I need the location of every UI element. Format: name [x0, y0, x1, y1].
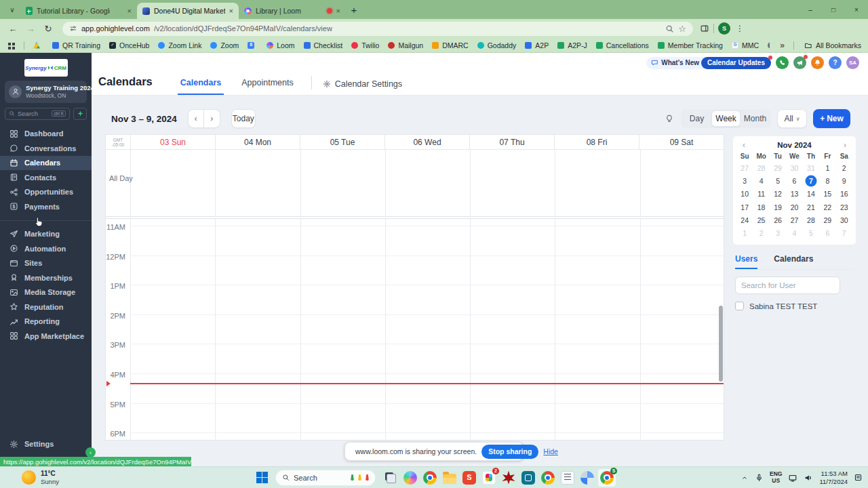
user-checkbox[interactable] — [735, 302, 744, 310]
mini-date-cell[interactable]: 15 — [819, 188, 835, 201]
mini-date-cell[interactable]: 30 — [786, 161, 802, 174]
tab-close-icon[interactable]: × — [127, 7, 132, 15]
bookmark-item[interactable]: Zoom Link — [158, 41, 201, 49]
mini-date-cell[interactable]: 31 — [803, 161, 819, 174]
quick-actions-button[interactable] — [73, 108, 87, 120]
speaker-icon[interactable] — [804, 473, 813, 483]
browser-tab[interactable]: Library | Loom × — [239, 3, 346, 19]
mini-date-cell[interactable]: 30 — [836, 214, 852, 226]
bookmark-item[interactable]: Godaddy — [477, 41, 517, 49]
apps-grid-icon[interactable] — [8, 43, 11, 45]
mini-date-cell[interactable]: 3 — [770, 226, 786, 239]
stop-sharing-button[interactable]: Stop sharing — [481, 445, 538, 459]
bookmarks-overflow-icon[interactable]: » — [780, 41, 785, 50]
sidebar-nav-item[interactable]: Sites — [0, 256, 92, 271]
maximize-button[interactable]: □ — [822, 0, 845, 19]
all-bookmarks-button[interactable]: All Bookmarks — [804, 41, 861, 49]
browser-tab[interactable]: Tutorial Library - Google Sheets × — [20, 3, 137, 19]
mini-date-cell[interactable]: 6 — [819, 226, 835, 239]
mini-date-cell[interactable]: 8 — [819, 174, 835, 187]
mini-date-cell[interactable]: 5 — [803, 226, 819, 239]
mini-date-cell[interactable]: 14 — [803, 188, 819, 201]
taskbar-app-icon[interactable]: S — [598, 469, 616, 487]
microphone-icon[interactable] — [755, 473, 764, 482]
announcements-button[interactable] — [793, 56, 806, 69]
taskbar-app-icon[interactable] — [559, 469, 576, 487]
browser-profile-avatar[interactable]: S — [718, 22, 730, 35]
bookmark-item[interactable]: Member Tracking — [658, 41, 723, 49]
mini-date-cell[interactable]: 24 — [736, 214, 753, 226]
mini-date-cell[interactable]: 2 — [836, 161, 852, 174]
bookmark-item[interactable]: A2P — [525, 41, 549, 49]
mini-date-cell[interactable]: 1 — [819, 161, 835, 174]
refresh-button[interactable]: ↻ — [41, 24, 56, 34]
bookmark-item[interactable]: Twilio — [351, 41, 379, 49]
day-header-cell[interactable]: 06 Wed — [384, 135, 469, 149]
mini-date-cell[interactable]: 10 — [736, 188, 753, 201]
bookmark-item[interactable]: Mailgun — [388, 41, 423, 49]
tab-close-icon[interactable]: × — [229, 7, 233, 15]
taskbar-app-icon[interactable] — [539, 469, 557, 487]
sidebar-nav-item[interactable]: App Marketplace — [0, 329, 92, 344]
tab-close-icon[interactable]: × — [336, 7, 340, 15]
bookmark-item[interactable]: Checklist — [304, 41, 343, 49]
day-header-cell[interactable]: 03 Sun — [130, 135, 215, 149]
taskbar-app-icon[interactable] — [382, 469, 399, 487]
mini-date-cell[interactable]: 18 — [753, 201, 769, 214]
week-grid[interactable]: GMT-05:00 03 Sun04 Mon05 Tue06 Wed07 Thu… — [105, 134, 724, 441]
day-header-cell[interactable]: 09 Sat — [639, 135, 724, 149]
day-header-cell[interactable]: 04 Mon — [215, 135, 300, 149]
sidebar-nav-item[interactable]: Reporting — [0, 314, 92, 329]
mini-date-cell[interactable]: 9 — [836, 174, 852, 187]
taskbar-app-icon[interactable] — [421, 469, 439, 487]
clock[interactable]: 11:53 AM11/7/2024 — [819, 470, 848, 486]
calendar-updates-button[interactable]: Calendar Updates — [701, 57, 771, 69]
taskbar-app-icon[interactable] — [578, 469, 596, 487]
mini-date-cell[interactable]: 17 — [736, 201, 753, 214]
mini-date-cell[interactable]: 11 — [753, 188, 769, 201]
mini-date-cell[interactable]: 29 — [770, 161, 786, 174]
taskbar-search[interactable]: Search — [275, 470, 376, 486]
bookmark-item[interactable]: Zoom — [210, 41, 239, 49]
sidebar-nav-item[interactable]: Dashboard — [0, 127, 92, 142]
header-tab[interactable]: Calendars — [178, 78, 224, 95]
minimize-button[interactable]: – — [799, 0, 822, 19]
sidebar-nav-item[interactable]: Contacts — [0, 170, 92, 185]
sidebar-search-input[interactable]: Search ctrl K — [5, 108, 70, 120]
mini-date-cell[interactable]: 28 — [803, 214, 819, 226]
mini-date-cell[interactable]: 4 — [753, 174, 769, 187]
mini-date-cell[interactable]: 7 — [836, 226, 852, 239]
sidebar-nav-item[interactable]: Reputation — [0, 300, 92, 314]
mini-date-cell[interactable]: 29 — [819, 214, 835, 226]
bookmark-item[interactable]: Loom — [267, 41, 294, 49]
bookmark-item[interactable]: ✓ OnceHub — [109, 41, 149, 49]
tips-bulb-icon[interactable] — [665, 114, 674, 123]
sidebar-item-settings[interactable]: Settings — [0, 437, 92, 452]
notification-center-icon[interactable] — [854, 473, 863, 482]
view-toggle-button[interactable]: Day — [682, 110, 711, 127]
sidebar-nav-item[interactable]: Opportunities — [0, 185, 92, 200]
side-panel-icon[interactable] — [700, 24, 709, 33]
mini-date-cell[interactable]: 16 — [836, 188, 852, 201]
day-header-cell[interactable]: 07 Thu — [469, 135, 554, 149]
forward-button[interactable]: → — [23, 24, 38, 34]
phone-button[interactable] — [776, 56, 789, 69]
mini-date-cell[interactable]: 22 — [819, 201, 835, 214]
bookmark-item[interactable]: DMARC — [432, 41, 469, 49]
sidebar-nav-item[interactable]: Automation — [0, 241, 92, 256]
whats-new-button[interactable]: What's New — [646, 57, 704, 69]
mini-date-cell[interactable]: 1 — [736, 226, 753, 239]
taskbar-app-icon[interactable]: S — [460, 469, 478, 487]
panel-tab[interactable]: Users — [735, 254, 757, 269]
help-button[interactable]: ? — [829, 56, 842, 69]
today-button[interactable]: Today — [231, 109, 256, 128]
grid-scrollbar-thumb[interactable] — [719, 306, 723, 382]
mini-date-cell[interactable]: 12 — [770, 188, 786, 201]
view-toggle-button[interactable]: Week — [711, 110, 741, 127]
mini-date-cell[interactable]: 28 — [753, 161, 769, 174]
mini-date-cell[interactable]: 2 — [753, 226, 769, 239]
bookmark-item[interactable]: 6 — [248, 42, 258, 49]
weather-widget[interactable]: 11°C Sunny — [22, 470, 59, 485]
bookmark-item[interactable]: G MMC — [732, 41, 759, 49]
mini-prev-icon[interactable]: ‹ — [740, 140, 748, 150]
